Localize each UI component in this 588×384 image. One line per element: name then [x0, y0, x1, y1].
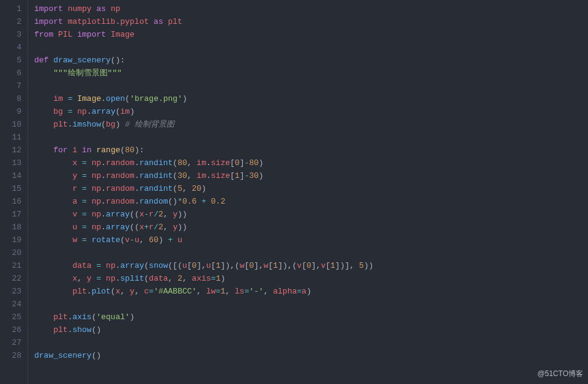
code-line[interactable]: import numpy as np	[34, 2, 588, 15]
code-line[interactable]: x, y = np.split(data, 2, axis=1)	[34, 272, 588, 285]
line-number: 10	[0, 118, 21, 131]
code-line[interactable]	[34, 131, 588, 144]
line-number: 5	[0, 54, 21, 67]
line-number: 3	[0, 28, 21, 41]
line-number: 24	[0, 298, 21, 311]
code-line[interactable]	[34, 246, 588, 259]
line-number: 12	[0, 144, 21, 157]
line-number: 7	[0, 79, 21, 92]
code-line[interactable]: draw_scenery()	[34, 349, 588, 362]
code-line[interactable]: plt.imshow(bg) # 绘制背景图	[34, 118, 588, 131]
code-line[interactable]: for i in range(80):	[34, 144, 588, 157]
line-number: 16	[0, 195, 21, 208]
code-line[interactable]: v = np.array((x-r/2, y))	[34, 208, 588, 221]
line-number: 9	[0, 105, 21, 118]
code-line[interactable]: import matplotlib.pyplot as plt	[34, 15, 588, 28]
line-number: 4	[0, 41, 21, 54]
line-number: 26	[0, 323, 21, 336]
line-number: 22	[0, 272, 21, 285]
line-number: 8	[0, 92, 21, 105]
code-line[interactable]: def draw_scenery():	[34, 54, 588, 67]
code-line[interactable]: """绘制雪景图"""	[34, 67, 588, 79]
line-number: 18	[0, 221, 21, 234]
code-line[interactable]: data = np.array(snow([(u[0],u[1]),(w[0],…	[34, 259, 588, 272]
line-number-gutter: 1234567891011121314151617181920212223242…	[0, 0, 28, 384]
code-line[interactable]: x = np.random.randint(80, im.size[0]-80)	[34, 157, 588, 169]
code-line[interactable]	[34, 298, 588, 311]
line-number: 14	[0, 169, 21, 182]
code-line[interactable]: plt.plot(x, y, c='#AABBCC', lw=1, ls='-'…	[34, 285, 588, 298]
line-number: 21	[0, 259, 21, 272]
line-number: 23	[0, 285, 21, 298]
code-line[interactable]: y = np.random.randint(30, im.size[1]-30)	[34, 169, 588, 182]
line-number: 27	[0, 336, 21, 349]
code-line[interactable]: from PIL import Image	[34, 28, 588, 41]
line-number: 6	[0, 67, 21, 79]
code-line[interactable]: w = rotate(v-u, 60) + u	[34, 234, 588, 246]
code-line[interactable]	[34, 336, 588, 349]
line-number: 2	[0, 15, 21, 28]
line-number: 15	[0, 182, 21, 195]
line-number: 20	[0, 246, 21, 259]
code-line[interactable]: u = np.array((x+r/2, y))	[34, 221, 588, 234]
code-line[interactable]: r = np.random.randint(5, 20)	[34, 182, 588, 195]
code-line[interactable]: plt.axis('equal')	[34, 311, 588, 323]
code-line[interactable]: bg = np.array(im)	[34, 105, 588, 118]
code-line[interactable]: a = np.random.random()*0.6 + 0.2	[34, 195, 588, 208]
watermark-text: @51CTO博客	[537, 367, 583, 380]
code-line[interactable]	[34, 79, 588, 92]
code-line[interactable]: plt.show()	[34, 323, 588, 336]
code-area[interactable]: import numpy as npimport matplotlib.pypl…	[28, 0, 588, 384]
line-number: 13	[0, 157, 21, 169]
line-number: 11	[0, 131, 21, 144]
line-number: 17	[0, 208, 21, 221]
line-number: 28	[0, 349, 21, 362]
line-number: 19	[0, 234, 21, 246]
code-editor[interactable]: 1234567891011121314151617181920212223242…	[0, 0, 588, 384]
line-number: 25	[0, 311, 21, 323]
code-line[interactable]	[34, 41, 588, 54]
line-number: 1	[0, 2, 21, 15]
code-line[interactable]: im = Image.open('brage.png')	[34, 92, 588, 105]
